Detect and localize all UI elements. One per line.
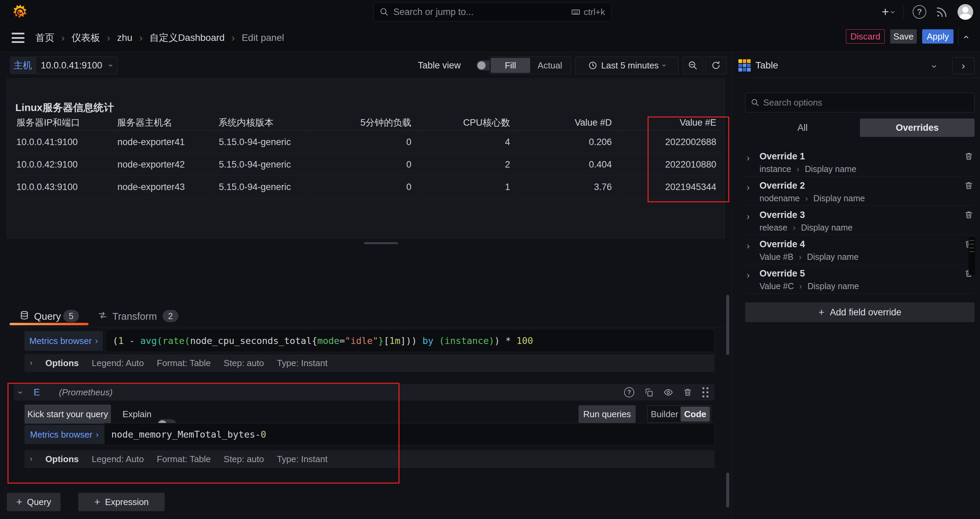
- editor-scrollbar[interactable]: [726, 295, 729, 355]
- global-search-input[interactable]: [393, 7, 566, 18]
- new-button[interactable]: + ›: [882, 6, 894, 18]
- delete-query-icon[interactable]: [683, 388, 692, 397]
- table-header-cell[interactable]: CPU核心数: [418, 115, 517, 131]
- breadcrumb-separator: ›: [139, 32, 143, 43]
- table-header-cell[interactable]: Value #D: [517, 115, 619, 131]
- help-icon[interactable]: ?: [913, 5, 926, 19]
- collapse-options-button[interactable]: ›: [952, 57, 975, 74]
- actual-option[interactable]: Actual: [530, 58, 570, 73]
- query-help-icon[interactable]: ?: [624, 387, 634, 398]
- chevron-right-icon[interactable]: ›: [746, 182, 749, 193]
- news-icon[interactable]: [935, 5, 949, 19]
- save-button[interactable]: Save: [890, 29, 917, 43]
- zoom-out-button[interactable]: [682, 56, 703, 74]
- metrics-browser-button-e[interactable]: Metrics browser›: [24, 425, 104, 444]
- query-e-header[interactable]: › E (Prometheus) ?: [14, 384, 714, 401]
- table-header-cell[interactable]: 服务器IP和端口: [14, 115, 115, 131]
- chevron-right-icon[interactable]: ›: [746, 240, 749, 251]
- user-avatar[interactable]: [958, 4, 973, 20]
- add-query-button[interactable]: +Query: [7, 493, 60, 511]
- search-shortcut: ctrl+k: [571, 7, 605, 18]
- chevron-right-icon: ›: [962, 60, 965, 72]
- chevron-right-icon[interactable]: ›: [746, 211, 749, 222]
- query-e-options-row[interactable]: › Options Legend: Auto Format: Table Ste…: [24, 450, 714, 468]
- query-d-expression-field[interactable]: (1 - avg(rate(node_cpu_seconds_total{mod…: [105, 329, 714, 352]
- code-option[interactable]: Code: [681, 407, 710, 422]
- override-row[interactable]: ›Override 2nodename›Display name: [745, 176, 975, 206]
- table-header-cell[interactable]: Value #E: [619, 115, 723, 131]
- run-queries-button[interactable]: Run queries: [579, 405, 636, 423]
- kick-start-button[interactable]: Kick start your query: [24, 404, 111, 424]
- plus-icon: +: [16, 496, 22, 508]
- breadcrumb-item[interactable]: Edit panel: [242, 32, 284, 43]
- override-row[interactable]: ›Override 3release›Display name: [745, 206, 975, 235]
- grafana-logo-icon[interactable]: [12, 4, 28, 20]
- query-list-scrollbar[interactable]: [726, 473, 729, 508]
- table-header-cell[interactable]: 系统内核版本: [216, 115, 305, 131]
- fill-option[interactable]: Fill: [491, 58, 530, 73]
- builder-option[interactable]: Builder: [649, 407, 681, 422]
- breadcrumb-separator: ›: [61, 32, 65, 43]
- tab-query[interactable]: Query: [34, 311, 61, 322]
- chevron-down-icon[interactable]: ›: [15, 391, 26, 394]
- chevron-down-icon[interactable]: ›: [929, 65, 940, 68]
- chevron-right-icon: ›: [805, 194, 808, 203]
- add-field-override-button[interactable]: +Add field override: [745, 302, 975, 322]
- tab-all[interactable]: All: [745, 118, 860, 137]
- override-name: Override 4: [759, 239, 805, 250]
- divider: [904, 5, 904, 19]
- trash-icon[interactable]: [964, 211, 973, 219]
- toggle-visibility-icon[interactable]: [663, 388, 673, 397]
- trash-icon[interactable]: [964, 181, 973, 190]
- table-cell: 1: [418, 176, 517, 198]
- database-icon: [20, 311, 29, 320]
- time-range-picker[interactable]: Last 5 minutes ›: [575, 56, 679, 74]
- format-option: Format: Table: [157, 454, 211, 465]
- table-cell: 10.0.0.42:9100: [14, 153, 115, 176]
- add-expression-button[interactable]: +Expression: [78, 493, 165, 511]
- options-search[interactable]: [745, 93, 975, 112]
- table-cell: 5.15.0-94-generic: [216, 131, 305, 153]
- chevron-right-icon[interactable]: ›: [746, 270, 749, 281]
- table-cell: 0: [305, 131, 418, 153]
- override-property: Display name: [813, 193, 865, 203]
- breadcrumb-item[interactable]: 自定义Dashboard: [150, 31, 224, 44]
- breadcrumb-item[interactable]: zhu: [117, 32, 132, 43]
- options-search-input[interactable]: [763, 97, 969, 108]
- drag-handle-icon[interactable]: [702, 387, 708, 398]
- query-e-expression-field[interactable]: node_memory_MemTotal_bytes-0: [104, 423, 714, 446]
- global-search[interactable]: ctrl+k: [373, 2, 611, 21]
- override-name: Override 1: [759, 151, 805, 162]
- metrics-browser-button-d[interactable]: Metrics browser›: [24, 331, 103, 351]
- refresh-icon: [711, 61, 721, 70]
- chevron-down-icon: ›: [106, 64, 116, 67]
- query-ref-id: E: [34, 387, 40, 398]
- chevron-right-icon: ›: [797, 164, 799, 174]
- override-row[interactable]: ›Override 4Value #B›Display name: [745, 235, 975, 264]
- tab-overrides[interactable]: Overrides: [860, 118, 975, 137]
- visualization-picker[interactable]: Table: [756, 56, 778, 74]
- collapse-header-icon[interactable]: ›: [959, 35, 971, 39]
- chevron-right-icon[interactable]: ›: [746, 153, 749, 163]
- override-row[interactable]: ›Override 5Value #C›Display name: [745, 264, 975, 294]
- breadcrumb-item[interactable]: 首页: [35, 31, 54, 44]
- panel-resize-handle[interactable]: [364, 242, 398, 244]
- plus-icon: +: [94, 496, 100, 508]
- table-cell: 10.0.0.41:9100: [14, 131, 115, 153]
- step-option: Step: auto: [224, 454, 264, 465]
- host-variable-dropdown[interactable]: 10.0.0.41:9100 ›: [36, 56, 118, 74]
- tab-transform[interactable]: Transform: [112, 311, 157, 322]
- override-row[interactable]: ›Override 1instance›Display name: [745, 147, 975, 176]
- table-header-cell[interactable]: 5分钟的负载: [305, 115, 418, 131]
- keyboard-icon: [571, 8, 581, 16]
- table-header-cell[interactable]: 服务器主机名: [115, 115, 216, 131]
- query-d-options-row[interactable]: › Options Legend: Auto Format: Table Ste…: [24, 354, 714, 372]
- apply-button[interactable]: Apply: [922, 29, 953, 43]
- sidebar-scrollbar[interactable]: [969, 237, 975, 275]
- breadcrumb-item[interactable]: 仪表板: [72, 31, 100, 44]
- discard-button[interactable]: Discard: [846, 29, 885, 43]
- duplicate-query-icon[interactable]: [644, 388, 653, 397]
- trash-icon[interactable]: [964, 152, 973, 161]
- menu-toggle-icon[interactable]: [11, 33, 24, 43]
- refresh-button[interactable]: [705, 56, 727, 74]
